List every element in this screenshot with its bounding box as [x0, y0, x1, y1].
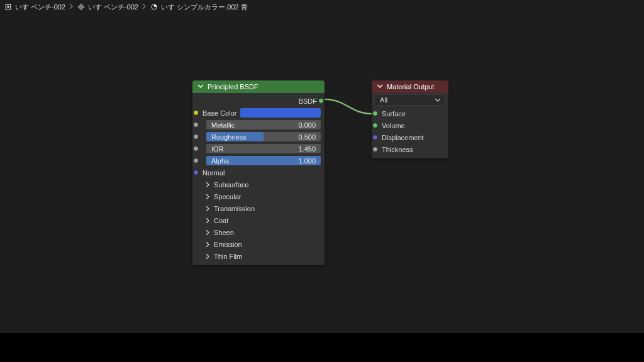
node-editor-viewport[interactable]: いす ベンチ-002 いす ベンチ-002 いす シンプルカラー.002 青	[0, 0, 644, 333]
breadcrumb-label: いす ベンチ-002	[15, 3, 65, 12]
socket-label: Normal	[203, 169, 225, 177]
chevron-right-icon	[205, 254, 210, 259]
input-thickness[interactable]: Thickness	[375, 144, 445, 155]
input-volume[interactable]: Volume	[375, 120, 445, 131]
field-label: IOR	[211, 145, 224, 153]
socket-dot-float[interactable]	[372, 146, 378, 152]
expander-sheen[interactable]: Sheen	[196, 227, 321, 238]
input-roughness[interactable]: Roughness 0.500	[196, 131, 321, 142]
expander-specular[interactable]: Specular	[196, 191, 321, 202]
expander-label: Coat	[214, 217, 228, 224]
socket-label: Displacement	[382, 134, 424, 141]
chevron-right-icon	[68, 3, 74, 11]
input-alpha[interactable]: Alpha 1.000	[196, 155, 321, 166]
mesh-icon	[77, 3, 86, 11]
node-header[interactable]: Principled BSDF	[192, 80, 325, 93]
socket-dot-float[interactable]	[193, 134, 199, 140]
field-label: Metallic	[211, 121, 235, 129]
expander-label: Subsurface	[214, 181, 249, 189]
input-surface[interactable]: Surface	[375, 108, 445, 119]
chevron-right-icon	[205, 194, 210, 199]
socket-dot-float[interactable]	[193, 122, 199, 128]
chevron-right-icon	[205, 242, 210, 247]
material-icon	[150, 3, 158, 11]
node-title: Principled BSDF	[208, 83, 258, 90]
socket-dot-shader[interactable]	[372, 123, 378, 128]
chevron-right-icon	[141, 3, 147, 11]
expander-label: Specular	[214, 193, 241, 200]
chevron-right-icon	[205, 218, 210, 223]
expander-emission[interactable]: Emission	[196, 239, 321, 250]
breadcrumb-material[interactable]: いす シンプルカラー.002 青	[150, 3, 248, 12]
breadcrumb-label: いす シンプルカラー.002 青	[161, 3, 248, 12]
socket-dot-shader[interactable]	[318, 98, 324, 104]
breadcrumb: いす ベンチ-002 いす ベンチ-002 いす シンプルカラー.002 青	[0, 0, 644, 14]
chevron-down-icon	[377, 83, 383, 90]
field-value: 0.000	[298, 121, 316, 129]
socket-label: Base Color	[203, 109, 236, 117]
breadcrumb-label: いす ベンチ-002	[88, 3, 138, 12]
node-body: Surface Volume Displacement Thickness	[372, 108, 448, 158]
number-field[interactable]: Roughness 0.500	[206, 132, 321, 141]
chevron-right-icon	[205, 230, 210, 235]
input-metallic[interactable]: Metallic 0.000	[196, 119, 321, 130]
input-ior[interactable]: IOR 1.450	[196, 143, 321, 154]
breadcrumb-collection[interactable]: いす ベンチ-002	[4, 3, 65, 12]
select-value: All	[380, 96, 387, 104]
color-swatch[interactable]	[240, 108, 321, 118]
field-value: 1.450	[298, 145, 316, 153]
expander-thin-film[interactable]: Thin Film	[196, 251, 321, 261]
expander-subsurface[interactable]: Subsurface	[196, 179, 321, 190]
socket-label: Surface	[382, 110, 406, 118]
node-principled-bsdf[interactable]: Principled BSDF BSDF Base Color Metallic…	[192, 80, 325, 265]
target-select[interactable]: All	[374, 94, 446, 106]
field-label: Alpha	[211, 157, 229, 165]
socket-label: BSDF	[299, 97, 317, 105]
expander-coat[interactable]: Coat	[196, 215, 321, 226]
field-value: 1.000	[298, 157, 316, 165]
input-base-color[interactable]: Base Color	[196, 107, 321, 118]
collection-icon	[4, 3, 13, 11]
socket-dot-float[interactable]	[193, 158, 199, 163]
expander-label: Thin Film	[214, 253, 242, 260]
socket-dot-vector[interactable]	[372, 134, 378, 140]
socket-label: Thickness	[382, 146, 413, 153]
socket-dot-vector[interactable]	[193, 170, 199, 175]
input-normal[interactable]: Normal	[196, 167, 321, 178]
svg-rect-1	[8, 6, 9, 8]
chevron-right-icon	[205, 182, 210, 187]
number-field[interactable]: IOR 1.450	[206, 144, 321, 153]
node-header[interactable]: Material Output	[372, 80, 448, 93]
node-title: Material Output	[387, 83, 434, 90]
number-field[interactable]: Alpha 1.000	[206, 156, 321, 165]
socket-dot-float[interactable]	[193, 146, 199, 151]
node-body: BSDF Base Color Metallic 0.000	[192, 93, 325, 265]
socket-dot-color[interactable]	[193, 110, 199, 116]
expander-label: Transmission	[214, 205, 255, 212]
breadcrumb-object[interactable]: いす ベンチ-002	[77, 3, 138, 12]
node-material-output[interactable]: Material Output All Surface Volume Displ…	[372, 80, 448, 158]
socket-dot-shader[interactable]	[372, 111, 378, 116]
chevron-down-icon	[197, 83, 204, 90]
chevron-down-icon	[435, 97, 440, 102]
expander-transmission[interactable]: Transmission	[196, 203, 321, 214]
expander-label: Sheen	[214, 229, 234, 236]
input-displacement[interactable]: Displacement	[375, 132, 445, 143]
output-socket-bsdf[interactable]: BSDF	[196, 96, 321, 106]
socket-label: Volume	[382, 122, 405, 129]
field-label: Roughness	[211, 133, 247, 141]
field-value: 0.500	[298, 133, 316, 141]
expander-label: Emission	[214, 241, 242, 248]
chevron-right-icon	[205, 206, 210, 211]
number-field[interactable]: Metallic 0.000	[206, 120, 321, 129]
